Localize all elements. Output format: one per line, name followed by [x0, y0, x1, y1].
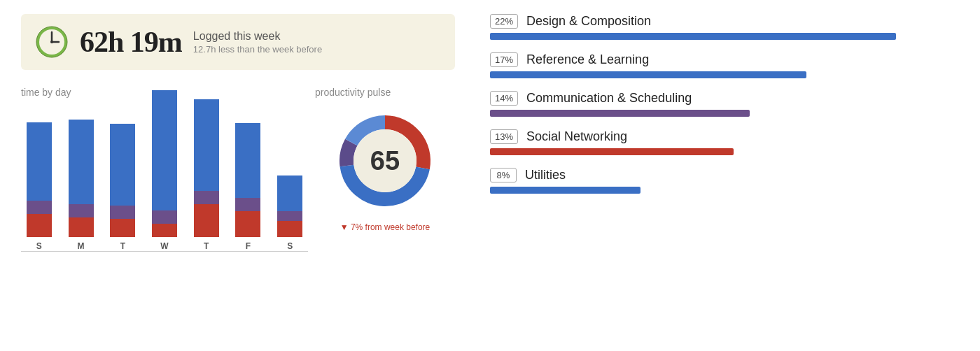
bar-purple — [152, 210, 177, 224]
category-bar-fill — [490, 148, 734, 155]
bar-purple — [277, 211, 302, 221]
bar-stack — [110, 90, 135, 237]
charts-row: time by day SMTWTFS productivity pulse 6… — [21, 87, 455, 337]
bar-red — [27, 214, 52, 237]
svg-point-4 — [50, 41, 53, 43]
category-row: 14%Communication & Scheduling — [490, 91, 952, 117]
bar-group: T — [188, 90, 225, 251]
bar-group: W — [146, 90, 183, 251]
percent-badge: 17% — [490, 52, 518, 67]
bar-group: T — [104, 90, 141, 251]
right-panel: 22%Design & Composition17%Reference & Le… — [476, 0, 980, 351]
category-name: Reference & Learning — [526, 52, 649, 67]
bar-day-label: S — [36, 241, 42, 251]
donut-change: ▼ 7% from week before — [340, 222, 430, 232]
category-name: Communication & Scheduling — [526, 91, 692, 106]
bar-chart: SMTWTFS — [21, 105, 308, 252]
category-bar-fill — [490, 71, 806, 78]
bar-stack — [277, 90, 302, 237]
bar-blue — [152, 90, 177, 210]
category-bar-track — [490, 71, 952, 78]
percent-badge: 14% — [490, 91, 518, 106]
category-bar-track — [490, 148, 952, 155]
bar-red — [152, 224, 177, 237]
bar-purple — [235, 198, 260, 211]
clock-icon — [35, 25, 69, 59]
bar-group: M — [63, 90, 99, 251]
summary-text: Logged this week 12.7h less than the wee… — [193, 30, 322, 55]
bar-red — [194, 204, 219, 237]
summary-box: 62h 19m Logged this week 12.7h less than… — [21, 14, 455, 70]
time-display: 62h 19m — [80, 25, 182, 59]
bar-red — [69, 217, 94, 237]
percent-badge: 8% — [490, 168, 517, 182]
bar-purple — [27, 201, 52, 214]
bar-day-label: S — [287, 241, 293, 251]
category-bar-fill — [490, 187, 640, 194]
bar-blue — [194, 99, 219, 191]
bar-blue — [277, 176, 302, 211]
bar-blue — [27, 122, 52, 201]
bar-red — [277, 221, 302, 237]
category-header: 8%Utilities — [490, 168, 952, 182]
bar-stack — [235, 90, 260, 237]
bar-stack — [152, 90, 177, 237]
bar-day-label: F — [246, 241, 251, 251]
category-bar-track — [490, 110, 952, 117]
bar-stack — [27, 90, 52, 237]
category-row: 17%Reference & Learning — [490, 52, 952, 78]
bar-day-label: W — [160, 241, 168, 251]
category-bar-track — [490, 187, 952, 194]
bar-day-label: T — [204, 241, 209, 251]
category-header: 14%Communication & Scheduling — [490, 91, 952, 106]
summary-sub-label: 12.7h less than the week before — [193, 44, 322, 55]
category-header: 17%Reference & Learning — [490, 52, 952, 67]
category-bar-fill — [490, 33, 896, 40]
bar-day-label: M — [78, 241, 85, 251]
bar-group: S — [272, 90, 308, 251]
bar-purple — [110, 206, 135, 219]
category-name: Design & Composition — [526, 14, 651, 29]
category-name: Social Networking — [526, 129, 627, 144]
bar-purple — [69, 204, 94, 217]
bar-group: S — [21, 90, 57, 251]
donut-section: productivity pulse 65 ▼ 7% from week bef… — [315, 87, 455, 232]
bar-purple — [194, 191, 219, 204]
donut-container: 65 — [329, 105, 441, 217]
category-header: 22%Design & Composition — [490, 14, 952, 29]
category-bar-fill — [490, 110, 750, 117]
percent-badge: 13% — [490, 129, 518, 144]
category-row: 13%Social Networking — [490, 129, 952, 155]
bar-stack — [69, 90, 94, 237]
bar-blue — [110, 124, 135, 206]
category-row: 22%Design & Composition — [490, 14, 952, 40]
bar-blue — [69, 120, 94, 204]
category-row: 8%Utilities — [490, 168, 952, 194]
category-header: 13%Social Networking — [490, 129, 952, 144]
left-panel: 62h 19m Logged this week 12.7h less than… — [0, 0, 476, 351]
bar-day-label: T — [120, 241, 125, 251]
bar-blue — [235, 123, 260, 198]
category-name: Utilities — [525, 168, 566, 182]
summary-main-label: Logged this week — [193, 30, 322, 43]
bar-red — [110, 219, 135, 237]
bar-chart-section: time by day SMTWTFS — [21, 87, 308, 252]
donut-title: productivity pulse — [315, 87, 391, 98]
donut-score: 65 — [370, 146, 400, 176]
bar-stack — [194, 90, 219, 237]
bar-red — [235, 211, 260, 237]
category-bar-track — [490, 33, 952, 40]
percent-badge: 22% — [490, 14, 518, 29]
bar-group: F — [230, 90, 267, 251]
